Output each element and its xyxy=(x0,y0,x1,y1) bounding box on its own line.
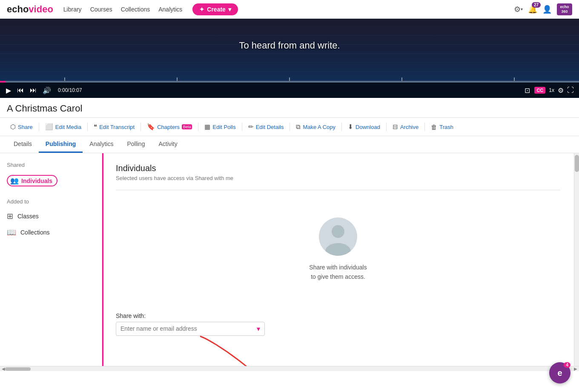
speed-button[interactable]: 1x xyxy=(549,87,554,93)
bottom-scrollbar[interactable]: ◀ ▶ xyxy=(0,366,579,371)
star-icon: ✦ xyxy=(199,6,204,13)
tabs-bar: Details Publishing Analytics Polling Act… xyxy=(0,136,579,153)
toolbar-divider-7 xyxy=(341,123,342,131)
scroll-thumb[interactable] xyxy=(575,155,579,172)
video-settings-button[interactable]: ⚙ xyxy=(558,86,564,94)
copy-icon: ⧉ xyxy=(296,123,301,131)
scroll-right-arrow[interactable]: ▶ xyxy=(574,366,577,371)
marker-3 xyxy=(289,77,290,81)
marker-4 xyxy=(401,77,402,81)
nav-analytics[interactable]: Analytics xyxy=(158,6,182,13)
logo-echo: echo xyxy=(7,4,29,14)
classes-label: Classes xyxy=(17,213,39,220)
cc-button[interactable]: CC xyxy=(534,87,545,94)
share-with-input[interactable] xyxy=(120,325,257,332)
create-button[interactable]: ✦ Create ▾ xyxy=(192,3,238,15)
edit-polls-button[interactable]: ▦ Edit Polls xyxy=(201,121,239,132)
video-player: To heard from and write. ▶ ⏮ ⏭ 🔊 0:00/10… xyxy=(0,19,579,98)
tab-activity[interactable]: Activity xyxy=(152,136,184,153)
tab-analytics[interactable]: Analytics xyxy=(83,136,120,153)
edit-details-button[interactable]: ✏ Edit Details xyxy=(245,121,287,132)
notifications-button[interactable]: 🔔 27 xyxy=(528,5,537,14)
nav-courses[interactable]: Courses xyxy=(90,6,112,13)
video-caption-text: To heard from and write. xyxy=(239,40,340,51)
sidebar-item-collections[interactable]: 📖 Collections xyxy=(0,224,102,240)
trash-button[interactable]: 🗑 Trash xyxy=(427,122,457,132)
share-with-input-wrap[interactable]: ▾ xyxy=(116,322,265,336)
avatar-body xyxy=(325,243,351,256)
nav-library[interactable]: Library xyxy=(63,6,82,13)
download-icon: ⬇ xyxy=(348,123,353,131)
individuals-label: Individuals xyxy=(21,177,52,184)
video-title-area: A Christmas Carol xyxy=(0,98,579,118)
share-with-section: Share with: ▾ xyxy=(116,312,560,336)
trash-icon: 🗑 xyxy=(431,123,437,131)
action-toolbar: ⬡ Share ⬜ Edit Media ❝ Edit Transcript 🔖… xyxy=(0,118,579,136)
user-icon: 👤 xyxy=(542,5,552,14)
avatar-head xyxy=(332,225,344,238)
progress-markers xyxy=(0,77,579,81)
tab-publishing[interactable]: Publishing xyxy=(39,136,83,153)
logo[interactable]: echovideo xyxy=(7,4,53,15)
added-to-section-label: Added to xyxy=(0,197,102,208)
avatar-placeholder xyxy=(319,217,357,256)
video-title: A Christmas Carol xyxy=(7,103,572,114)
red-arrow-annotation xyxy=(187,332,290,366)
sidebar-item-classes[interactable]: ⊞ Classes xyxy=(0,208,102,224)
chat-icon: e xyxy=(557,368,562,372)
toolbar-divider-9 xyxy=(424,123,425,131)
nav-collections[interactable]: Collections xyxy=(121,6,150,13)
time-display: 0:00/10:07 xyxy=(58,87,82,93)
toolbar-divider-5 xyxy=(242,123,242,131)
toolbar-divider-2 xyxy=(87,123,88,131)
classes-icon: ⊞ xyxy=(7,212,13,221)
shared-section-label: Shared xyxy=(0,160,102,172)
settings-button[interactable]: ⚙ ▾ xyxy=(514,5,523,14)
edit-details-icon: ✏ xyxy=(248,123,254,131)
archive-button[interactable]: ⊟ Archive xyxy=(389,121,422,132)
play-button[interactable]: ▶ xyxy=(5,86,12,95)
top-nav: echovideo Library Courses Collections An… xyxy=(0,0,579,19)
make-copy-button[interactable]: ⧉ Make A Copy xyxy=(292,121,339,132)
tab-details[interactable]: Details xyxy=(7,136,39,153)
chapters-icon: 🔖 xyxy=(147,123,155,131)
individuals-icon: 👥 xyxy=(10,177,19,185)
share-with-label: Share with: xyxy=(116,312,560,319)
empty-state: Share with individuals to give them acce… xyxy=(116,200,560,295)
collections-icon: 📖 xyxy=(7,228,16,237)
gear-icon: ⚙ xyxy=(514,5,521,14)
transcript-icon: ❝ xyxy=(94,123,97,131)
chevron-small-icon: ▾ xyxy=(521,7,523,11)
edit-media-button[interactable]: ⬜ Edit Media xyxy=(42,121,85,132)
volume-button[interactable]: 🔊 xyxy=(42,86,52,95)
dropdown-arrow-icon[interactable]: ▾ xyxy=(257,325,260,333)
archive-icon: ⊟ xyxy=(393,123,398,131)
video-controls: ▶ ⏮ ⏭ 🔊 0:00/10:07 ⊡ CC 1x ⚙ ⛶ xyxy=(0,83,579,98)
share-button[interactable]: ⬡ Share xyxy=(7,121,36,132)
right-controls: ⊡ CC 1x ⚙ ⛶ xyxy=(524,86,574,95)
scroll-left-arrow[interactable]: ◀ xyxy=(2,366,5,371)
panel-subtitle: Selected users have access via Shared wi… xyxy=(116,175,560,181)
edit-transcript-button[interactable]: ❝ Edit Transcript xyxy=(90,121,138,132)
collections-label: Collections xyxy=(20,229,49,236)
main-content: Shared 👥 Individuals Added to ⊞ Classes … xyxy=(0,153,579,366)
notification-badge: 27 xyxy=(532,2,541,8)
vertical-scrollbar[interactable] xyxy=(574,153,579,366)
chapters-button[interactable]: 🔖 Chapters Beta xyxy=(143,121,195,132)
fast-forward-button[interactable]: ⏭ xyxy=(29,86,37,95)
screen-layout-button[interactable]: ⊡ xyxy=(524,86,531,95)
fullscreen-button[interactable]: ⛶ xyxy=(567,86,574,94)
rewind-button[interactable]: ⏮ xyxy=(16,86,25,95)
nav-links: Library Courses Collections Analytics xyxy=(63,6,182,13)
nav-right: ⚙ ▾ 🔔 27 👤 echo 360 xyxy=(514,3,572,15)
edit-media-icon: ⬜ xyxy=(45,123,53,131)
toolbar-divider-6 xyxy=(290,123,290,131)
horizontal-scroll-thumb[interactable] xyxy=(5,367,31,371)
user-profile-button[interactable]: 👤 xyxy=(542,5,552,14)
sidebar-item-individuals[interactable]: 👥 Individuals xyxy=(0,172,102,190)
tab-polling[interactable]: Polling xyxy=(120,136,152,153)
download-button[interactable]: ⬇ Download xyxy=(344,121,384,132)
right-panel: Individuals Selected users have access v… xyxy=(102,153,574,366)
polls-icon: ▦ xyxy=(204,123,210,131)
empty-state-text: Share with individuals to give them acce… xyxy=(309,263,367,282)
